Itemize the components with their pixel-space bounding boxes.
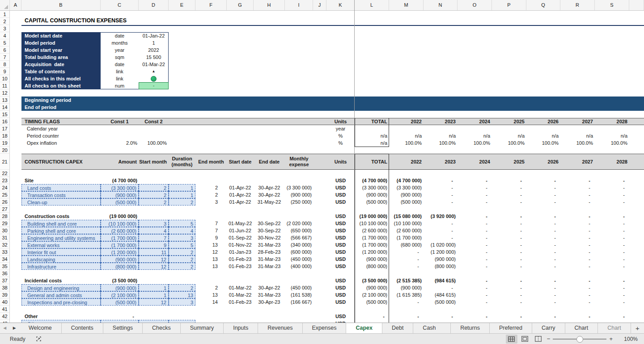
tab-settings[interactable]: Settings bbox=[103, 323, 143, 333]
row-header-12[interactable]: 12 bbox=[0, 89, 9, 96]
row-header-37[interactable]: 37 bbox=[0, 277, 9, 284]
tab-scroll-right-icon[interactable]: ▶ bbox=[9, 323, 19, 333]
row-header-31[interactable]: 31 bbox=[0, 234, 9, 241]
capex-input-amount[interactable]: (1 700 000) bbox=[101, 234, 139, 241]
row-header-34[interactable]: 34 bbox=[0, 256, 9, 263]
tab-debt[interactable]: Debt bbox=[382, 323, 413, 333]
row-header-24[interactable]: 24 bbox=[0, 184, 9, 191]
column-header-G[interactable]: G bbox=[227, 0, 254, 10]
capex-input-start-month[interactable]: 2 bbox=[139, 198, 169, 206]
capex-input-amount[interactable]: (500 000) bbox=[101, 198, 139, 206]
capex-input-amount[interactable]: (900 000) bbox=[101, 256, 139, 263]
capex-input-label[interactable]: Building shell and core bbox=[21, 220, 101, 227]
capex-input-label[interactable]: Landscaping bbox=[21, 256, 101, 263]
tab-cash-flow[interactable]: Cash flow bbox=[413, 323, 451, 333]
capex-input-start-month[interactable]: 2 bbox=[139, 184, 169, 191]
row-header-3[interactable]: 3 bbox=[0, 25, 9, 32]
row-header-1[interactable]: 1 bbox=[0, 11, 9, 18]
capex-input-duration[interactable]: 2 bbox=[169, 198, 195, 206]
row-header-20[interactable]: 20 bbox=[0, 147, 9, 154]
tab-inputs[interactable]: Inputs bbox=[224, 323, 258, 333]
column-header-N[interactable]: N bbox=[424, 0, 458, 10]
capex-input-start-month[interactable]: 12 bbox=[139, 298, 169, 306]
zoom-slider[interactable] bbox=[553, 339, 606, 340]
row-header-26[interactable]: 26 bbox=[0, 198, 9, 206]
row-header-16[interactable]: 16 bbox=[0, 118, 9, 125]
add-sheet-button[interactable]: + bbox=[631, 323, 644, 333]
row-header-29[interactable]: 29 bbox=[0, 220, 9, 227]
tab-revenues[interactable]: Revenues bbox=[258, 323, 302, 333]
row-header-7[interactable]: 7 bbox=[0, 54, 9, 61]
tab-welcome[interactable]: Welcome bbox=[19, 323, 62, 333]
tab-returns[interactable]: Returns bbox=[451, 323, 490, 333]
tab-expenses[interactable]: Expenses bbox=[303, 323, 347, 333]
capex-input-amount[interactable]: (800 000) bbox=[101, 263, 139, 270]
row-header-39[interactable]: 39 bbox=[0, 291, 9, 298]
capex-input-amount[interactable]: (2 100 000) bbox=[101, 291, 139, 298]
row-header-17[interactable]: 17 bbox=[0, 125, 9, 132]
row-header-36[interactable]: 36 bbox=[0, 270, 9, 277]
capex-input-duration[interactable]: 4 bbox=[169, 227, 195, 234]
capex-input-duration[interactable]: 2 bbox=[169, 248, 195, 256]
tab-summary[interactable]: Summary bbox=[181, 323, 224, 333]
capex-input-start-month[interactable]: 12 bbox=[139, 263, 169, 270]
column-header-C[interactable]: C bbox=[101, 0, 139, 10]
row-header-40[interactable]: 40 bbox=[0, 298, 9, 306]
capex-input-start-month[interactable]: 4 bbox=[139, 227, 169, 234]
column-header-D[interactable]: D bbox=[139, 0, 169, 10]
tab-contents[interactable]: Contents bbox=[62, 323, 103, 333]
row-header-14[interactable]: 14 bbox=[0, 104, 9, 111]
capex-input-start-month[interactable]: 3 bbox=[139, 220, 169, 227]
capex-input-start-month[interactable]: 7 bbox=[139, 234, 169, 241]
column-header-B[interactable]: B bbox=[21, 0, 101, 10]
column-header-P[interactable]: P bbox=[492, 0, 526, 10]
capex-input-label[interactable]: Land costs bbox=[21, 184, 101, 191]
normal-view-icon[interactable] bbox=[506, 335, 517, 344]
tab-chart-1[interactable]: Chart 1 bbox=[565, 323, 598, 333]
page-layout-view-icon[interactable] bbox=[519, 335, 531, 344]
capex-input-start-month[interactable]: 11 bbox=[139, 248, 169, 256]
column-header-partial[interactable] bbox=[629, 0, 644, 10]
toc-link-up-triangle-icon[interactable]: ▲ bbox=[139, 68, 169, 75]
column-header-S[interactable]: S bbox=[595, 0, 629, 10]
capex-input-duration[interactable]: 2 bbox=[169, 256, 195, 263]
capex-input-label[interactable]: General and admin costs bbox=[21, 291, 101, 298]
row-header-33[interactable]: 33 bbox=[0, 248, 9, 256]
row-header-9[interactable]: 9 bbox=[0, 68, 9, 75]
capex-input-duration[interactable]: 1 bbox=[169, 184, 195, 191]
select-all-corner[interactable] bbox=[0, 0, 10, 10]
page-break-view-icon[interactable] bbox=[533, 335, 544, 344]
capex-input-amount[interactable]: (500 000) bbox=[101, 298, 139, 306]
zoom-in-icon[interactable]: + bbox=[609, 336, 613, 342]
capex-input-label[interactable]: Engineering and utility systems bbox=[21, 234, 101, 241]
column-header-Q[interactable]: Q bbox=[526, 0, 560, 10]
row-header-23[interactable]: 23 bbox=[0, 177, 9, 184]
row-header-13[interactable]: 13 bbox=[0, 96, 9, 104]
capex-input-amount[interactable]: (10 100 000) bbox=[101, 220, 139, 227]
row-header-4[interactable]: 4 bbox=[0, 32, 9, 39]
column-header-R[interactable]: R bbox=[560, 0, 595, 10]
capex-input-duration[interactable]: 2 bbox=[169, 284, 195, 291]
capex-input-label[interactable]: Interior fit out bbox=[21, 248, 101, 256]
capex-input-start-month[interactable]: 9 bbox=[139, 241, 169, 248]
capex-input-label[interactable]: External works bbox=[21, 241, 101, 248]
capex-input-label[interactable]: Clean-up bbox=[21, 198, 101, 206]
capex-input-duration[interactable]: 1 bbox=[169, 191, 195, 198]
column-header-J[interactable]: J bbox=[313, 0, 326, 10]
row-header-2[interactable]: 2 bbox=[0, 18, 9, 25]
tab-preferred[interactable]: Preferred bbox=[490, 323, 532, 333]
row-header-27[interactable]: 27 bbox=[0, 206, 9, 213]
row-header-15[interactable]: 15 bbox=[0, 111, 9, 118]
tab-carry[interactable]: Carry bbox=[532, 323, 565, 333]
capex-input-duration[interactable]: 5 bbox=[169, 220, 195, 227]
column-header-H[interactable]: H bbox=[254, 0, 285, 10]
tab-checks[interactable]: Checks bbox=[143, 323, 181, 333]
capex-input-amount[interactable]: (900 000) bbox=[101, 191, 139, 198]
row-header-25[interactable]: 25 bbox=[0, 191, 9, 198]
capex-input-amount[interactable]: (2 600 000) bbox=[101, 227, 139, 234]
row-header-28[interactable]: 28 bbox=[0, 213, 9, 220]
row-header-38[interactable]: 38 bbox=[0, 284, 9, 291]
row-header-8[interactable]: 8 bbox=[0, 61, 9, 68]
tab-chart-2[interactable]: Chart 2 bbox=[598, 323, 631, 333]
capex-input-amount[interactable]: (1 200 000) bbox=[101, 248, 139, 256]
